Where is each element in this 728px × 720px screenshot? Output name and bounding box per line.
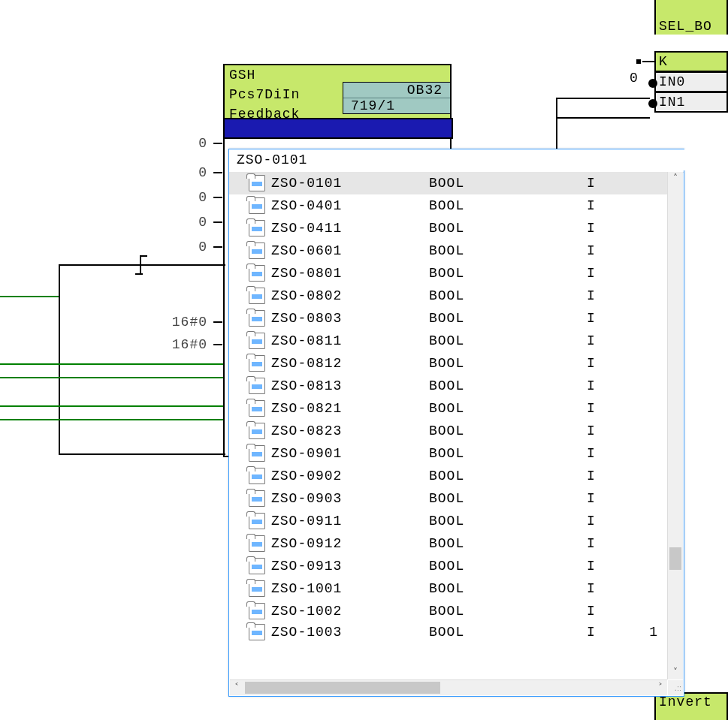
symbol-row[interactable]: ZSO-1002BOOLI (229, 600, 667, 622)
symbol-area: I (587, 288, 639, 303)
symbol-area: I (587, 356, 639, 371)
symbol-name: ZSO-1003 (271, 625, 429, 640)
symbol-row[interactable]: ZSO-0901BOOLI (229, 442, 667, 465)
symbol-list[interactable]: ZSO-0101BOOLIZSO-0401BOOLIZSO-0411BOOLIZ… (229, 172, 667, 679)
symbol-type: BOOL (429, 423, 587, 438)
symbol-area: I (587, 536, 639, 551)
pin-k-label: K (659, 54, 668, 69)
wire (0, 419, 223, 420)
symbol-row[interactable]: ZSO-0823BOOLI (229, 420, 667, 442)
symbol-row[interactable]: ZSO-1001BOOLI (229, 577, 667, 600)
symbol-name: ZSO-0801 (271, 266, 429, 281)
hscroll-thumb[interactable] (245, 682, 440, 694)
symbol-type: BOOL (429, 378, 587, 393)
symbol-search-input[interactable] (229, 149, 699, 170)
symbol-row[interactable]: ZSO-0811BOOLI (229, 330, 667, 352)
wire (0, 377, 223, 378)
symbol-row[interactable]: ZSO-0821BOOLI (229, 397, 667, 420)
symbol-row[interactable]: ZSO-0912BOOLI (229, 532, 667, 555)
scroll-left-icon[interactable]: ˂ (230, 680, 243, 694)
pin-k-value: 0 (630, 71, 639, 86)
symbol-icon (249, 175, 265, 191)
symbol-row[interactable]: ZSO-0802BOOLI (229, 285, 667, 307)
resize-grip-icon[interactable]: .:: (668, 680, 683, 695)
pin-stub-3[interactable]: 0 (177, 214, 222, 230)
pin-in1[interactable]: IN1 (654, 92, 728, 113)
block-gsh-ob: OB32 (343, 83, 450, 98)
symbol-row[interactable]: ZSO-0601BOOLI (229, 239, 667, 262)
symbol-icon (249, 288, 265, 304)
symbol-type: BOOL (429, 243, 587, 258)
symbol-type: BOOL (429, 604, 587, 619)
symbol-row[interactable]: ZSO-0911BOOLI (229, 510, 667, 532)
symbol-row[interactable]: ZSO-0803BOOLI (229, 307, 667, 330)
symbol-row[interactable]: ZSO-0902BOOLI (229, 465, 667, 487)
block-gsh-exec: 719/1 (343, 98, 450, 113)
symbol-row[interactable]: ZSO-0411BOOLI (229, 217, 667, 239)
symbol-icon (249, 197, 265, 214)
symbol-icon (249, 535, 265, 552)
symbol-name: ZSO-0913 (271, 559, 429, 574)
symbol-icon (249, 378, 265, 394)
pin-stub-0[interactable]: 0 (177, 135, 222, 152)
pin-k[interactable]: K (654, 51, 728, 72)
symbol-area: I (587, 514, 639, 529)
vertical-scrollbar[interactable]: ˄ ˅ (667, 172, 683, 679)
symbol-icon (249, 220, 265, 236)
edge-trigger-icon (133, 255, 150, 275)
symbol-type: BOOL (429, 266, 587, 281)
symbol-row[interactable]: ZSO-0903BOOLI (229, 487, 667, 510)
symbol-row[interactable]: ZSO-0101BOOLI (229, 172, 667, 194)
symbol-type: BOOL (429, 581, 587, 596)
pin-stub-2[interactable]: 0 (177, 189, 222, 206)
pin-stub-1[interactable]: 0 (177, 164, 222, 181)
symbol-type: BOOL (429, 468, 587, 484)
symbol-row[interactable]: ZSO-0401BOOLI (229, 194, 667, 217)
symbol-area: I (587, 559, 639, 574)
symbol-icon (249, 400, 265, 417)
symbol-addr: 1 (639, 625, 663, 640)
symbol-type: BOOL (429, 625, 587, 640)
symbol-name: ZSO-0821 (271, 401, 429, 416)
scroll-up-icon[interactable]: ˄ (668, 172, 683, 185)
symbol-autocomplete-popup: ZSO-0101BOOLIZSO-0401BOOLIZSO-0411BOOLIZ… (228, 149, 684, 697)
block-sel-bo: SEL_BO K IN0 IN1 (654, 0, 728, 113)
symbol-type: BOOL (429, 221, 587, 236)
symbol-name: ZSO-0811 (271, 333, 429, 348)
symbol-area: I (587, 221, 639, 236)
symbol-name: ZSO-0401 (271, 198, 429, 213)
symbol-name: ZSO-0803 (271, 311, 429, 326)
symbol-type: BOOL (429, 198, 587, 213)
symbol-row[interactable]: ZSO-0813BOOLI (229, 375, 667, 397)
symbol-row[interactable]: ZSO-0801BOOLI (229, 262, 667, 285)
symbol-name: ZSO-0901 (271, 446, 429, 461)
symbol-row[interactable]: ZSO-1003BOOLI1 (229, 622, 667, 642)
symbol-icon (249, 355, 265, 372)
horizontal-scrollbar[interactable]: ˂ ˃ (230, 679, 667, 695)
block-invert-line2 (654, 710, 728, 720)
symbol-row[interactable]: ZSO-0812BOOLI (229, 352, 667, 375)
symbol-type: BOOL (429, 401, 587, 416)
symbol-type: BOOL (429, 491, 587, 506)
symbol-area: I (587, 625, 639, 640)
symbol-type: BOOL (429, 514, 587, 529)
scroll-down-icon[interactable]: ˅ (668, 666, 683, 679)
symbol-area: I (587, 378, 639, 393)
scroll-right-icon[interactable]: ˃ (654, 680, 667, 694)
symbol-name: ZSO-0411 (271, 221, 429, 236)
scroll-thumb[interactable] (669, 547, 681, 570)
block-gsh-selected-pin[interactable] (223, 118, 453, 139)
symbol-name: ZSO-0101 (271, 176, 429, 191)
symbol-type: BOOL (429, 288, 587, 303)
symbol-type: BOOL (429, 356, 587, 371)
symbol-type: BOOL (429, 559, 587, 574)
wire (0, 405, 223, 407)
wire (0, 363, 223, 365)
symbol-icon (249, 490, 265, 507)
symbol-icon (249, 624, 265, 640)
symbol-row[interactable]: ZSO-0913BOOLI (229, 555, 667, 577)
pin-stub-4[interactable]: 0 (177, 239, 222, 255)
symbol-type: BOOL (429, 536, 587, 551)
symbol-search-field[interactable] (229, 149, 684, 173)
pin-in0[interactable]: IN0 (654, 72, 728, 92)
